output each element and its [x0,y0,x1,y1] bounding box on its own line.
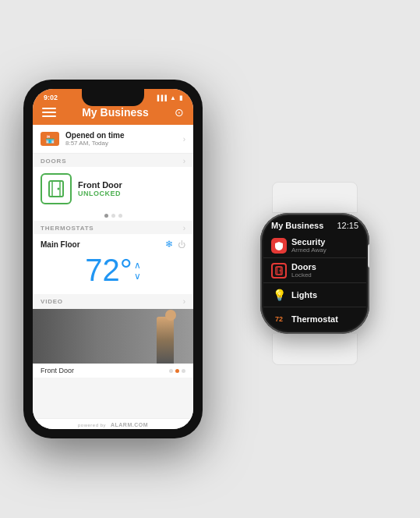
thermostat-name: Main Floor [41,240,80,249]
thermostat-temp-icon: 72 [275,315,283,323]
door-name: Front Door [78,180,122,190]
thermostat-section-header: THERMOSTATS › [33,221,193,234]
temp-up-arrow[interactable]: ∧ [134,261,141,270]
door-card[interactable]: Front Door UNLOCKED [33,167,193,211]
video-label: VIDEO [41,298,63,305]
video-person-head [165,310,176,321]
video-dot-1 [169,369,173,373]
video-camera-name: Front Door [41,367,74,374]
doors-header: DOORS › [33,154,193,167]
thermostat-watch-name: Thermostat [291,314,338,324]
thermostat-text: Thermostat [291,314,338,324]
dot-2 [111,214,115,218]
svg-point-2 [58,188,60,190]
app-title: My Business [56,106,175,119]
banner-card[interactable]: 🏪 Opened on time 8:57 AM, Today › [33,125,193,154]
doors-section: DOORS › Front Door [33,154,193,221]
video-thumbnail[interactable] [33,309,193,364]
video-dot-2 [175,369,179,373]
watch-band-bottom [272,334,358,365]
svg-point-5 [280,270,281,271]
temperature-value: 72° [85,253,132,288]
iphone-device: 9:02 ▐▐▐ ▲ ▮ My Business ⊙ 🏪 [23,80,203,438]
thermostat-label: THERMOSTATS [41,225,94,232]
cool-icon[interactable]: ❄ [165,239,173,250]
status-time: 9:02 [44,94,58,101]
app-body: 🏪 Opened on time 8:57 AM, Today › DOORS … [33,125,193,418]
doors-text: Doors Locked [291,262,316,279]
watch-screen: My Business 12:15 Security Armed Aw [263,216,366,331]
door-icon [41,173,72,204]
thermostat-controls: ❄ ⏻ [165,239,185,250]
temp-down-arrow[interactable]: ∨ [134,271,141,281]
video-caption: Front Door [33,364,193,378]
security-name: Security [291,237,326,247]
iphone-screen: 9:02 ▐▐▐ ▲ ▮ My Business ⊙ 🏪 [33,89,193,429]
battery-icon: ▮ [179,94,182,101]
doors-chevron: › [183,157,185,165]
signal-icon: ▐▐▐ [155,95,167,101]
watch-body: My Business 12:15 Security Armed Aw [260,213,369,334]
banner-subtitle: 8:57 AM, Today [65,140,183,147]
banner-title: Opened on time [65,131,183,140]
watch-item-lights[interactable]: 💡 Lights [263,283,366,307]
video-section: VIDEO › Front Door [33,294,193,378]
lights-text: Lights [291,290,317,300]
watch-crown[interactable] [368,244,369,268]
video-dot-3 [182,369,185,373]
watch-title: My Business [271,221,323,230]
watch-items-list: Security Armed Away [263,233,366,331]
doors-label: DOORS [41,158,66,165]
doors-icon [271,263,287,279]
security-icon [271,238,287,254]
settings-icon[interactable]: ⊙ [175,106,184,119]
lights-name: Lights [291,290,317,300]
footer-brand: ALARM.COM [111,422,148,428]
thermostat-icon: 72 [271,311,287,327]
doors-status: Locked [291,271,316,279]
watch-header: My Business 12:15 [263,216,366,233]
door-info: Front Door UNLOCKED [78,180,122,197]
dot-1 [104,214,108,218]
iphone-notch [82,89,144,106]
banner-chevron: › [183,135,185,144]
watch-item-doors[interactable]: Doors Locked [263,258,366,283]
security-status: Armed Away [291,247,326,254]
watch-item-security[interactable]: Security Armed Away [263,233,366,258]
door-dots [33,211,193,221]
footer-powered-by: powered by [78,423,106,428]
temperature-arrows[interactable]: ∧ ∨ [134,261,141,281]
watch-item-thermostat[interactable]: 72 Thermostat [263,307,366,331]
temperature-display: 72° ∧ ∨ [41,250,185,289]
video-person-figure [157,317,174,364]
security-text: Security Armed Away [291,237,326,254]
banner-text: Opened on time 8:57 AM, Today [65,131,183,147]
apple-watch: My Business 12:15 Security Armed Aw [245,182,385,353]
watch-band-top [272,182,358,213]
lights-icon: 💡 [271,287,287,303]
svg-rect-0 [49,181,63,197]
video-header: VIDEO › [33,294,193,309]
scene: 9:02 ▐▐▐ ▲ ▮ My Business ⊙ 🏪 [0,0,420,518]
menu-icon[interactable] [42,108,56,117]
dot-3 [118,214,122,218]
banner-icon: 🏪 [41,132,59,146]
watch-time: 12:15 [337,221,358,230]
doors-name: Doors [291,262,316,271]
video-dots [169,369,185,373]
door-status: UNLOCKED [78,190,122,197]
svg-rect-3 [276,267,282,275]
wifi-icon: ▲ [170,94,176,101]
thermostat-chevron: › [183,224,185,232]
thermostat-header: Main Floor ❄ ⏻ [41,239,185,250]
power-icon[interactable]: ⏻ [178,240,185,249]
thermostat-card: Main Floor ❄ ⏻ 72° ∧ ∨ [33,234,193,294]
app-header: My Business ⊙ [33,103,193,125]
video-chevron: › [183,297,185,306]
app-footer: powered by ALARM.COM [33,418,193,429]
